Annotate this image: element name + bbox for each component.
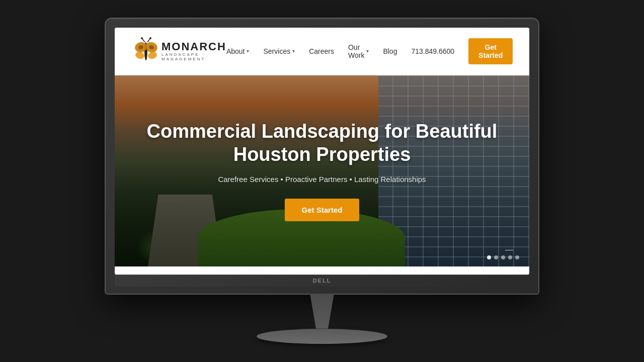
dell-logo: DELL	[313, 278, 332, 284]
logo-icon	[135, 37, 157, 65]
slide-dot-2[interactable]	[494, 255, 498, 259]
monitor-wrapper: MONARCH LANDSCAPE MANAGEMENT About ▾ Ser…	[106, 19, 538, 344]
slide-dot-1[interactable]	[487, 255, 491, 259]
nav-menu: About ▾ Services ▾ Careers	[226, 38, 513, 64]
nav-item-blog[interactable]: Blog	[383, 47, 397, 55]
nav-link-services[interactable]: Services ▾	[263, 47, 295, 55]
monitor-stand-base	[257, 329, 387, 344]
hero-title: Commercial Landscaping for Beautiful Hou…	[147, 120, 498, 166]
navbar: MONARCH LANDSCAPE MANAGEMENT About ▾ Ser…	[115, 28, 529, 75]
hero-content: Commercial Landscaping for Beautiful Hou…	[127, 120, 518, 221]
nav-get-started-button[interactable]: Get Started	[468, 38, 513, 64]
svg-point-4	[147, 50, 157, 60]
nav-item-about[interactable]: About ▾	[226, 47, 250, 55]
hero-section: Commercial Landscaping for Beautiful Hou…	[115, 75, 529, 266]
nav-item-ourwork[interactable]: Our Work ▾	[348, 43, 369, 59]
monitor-stand-neck	[302, 294, 342, 329]
monitor-bottom-bezel: DELL	[115, 275, 529, 287]
slide-dot-5[interactable]	[515, 255, 519, 259]
hero-slide-dots: —	[487, 255, 519, 259]
nav-item-phone[interactable]: 713.849.6600	[411, 47, 454, 55]
logo[interactable]: MONARCH LANDSCAPE MANAGEMENT	[135, 37, 226, 65]
slide-dot-3[interactable]	[501, 255, 505, 259]
hero-get-started-button[interactable]: Get Started	[285, 199, 360, 221]
svg-point-9	[141, 37, 143, 39]
screen: MONARCH LANDSCAPE MANAGEMENT About ▾ Ser…	[115, 28, 529, 275]
hero-subtitle: Carefree Services • Proactive Partners •…	[147, 175, 498, 184]
nav-link-ourwork[interactable]: Our Work ▾	[348, 43, 369, 59]
nav-item-careers[interactable]: Careers	[309, 47, 334, 55]
svg-point-3	[135, 50, 145, 60]
services-dropdown-icon: ▾	[292, 48, 295, 54]
bottom-bar	[115, 266, 529, 275]
nav-link-blog[interactable]: Blog	[383, 47, 397, 55]
slide-next-arrow[interactable]: —	[505, 245, 513, 254]
about-dropdown-icon: ▾	[247, 48, 249, 54]
nav-link-about[interactable]: About ▾	[226, 47, 250, 55]
ourwork-dropdown-icon: ▾	[366, 48, 369, 54]
monitor-bezel: MONARCH LANDSCAPE MANAGEMENT About ▾ Ser…	[106, 19, 538, 294]
nav-item-services[interactable]: Services ▾	[263, 47, 295, 55]
nav-cta-item: Get Started	[468, 38, 513, 64]
svg-point-10	[149, 37, 151, 39]
logo-sub-text: LANDSCAPE MANAGEMENT	[162, 52, 226, 61]
slide-dot-4[interactable]	[508, 255, 512, 259]
nav-link-careers[interactable]: Careers	[309, 47, 334, 55]
nav-phone[interactable]: 713.849.6600	[411, 47, 454, 55]
logo-text: MONARCH LANDSCAPE MANAGEMENT	[162, 41, 226, 61]
logo-monarch-text: MONARCH	[162, 41, 226, 52]
